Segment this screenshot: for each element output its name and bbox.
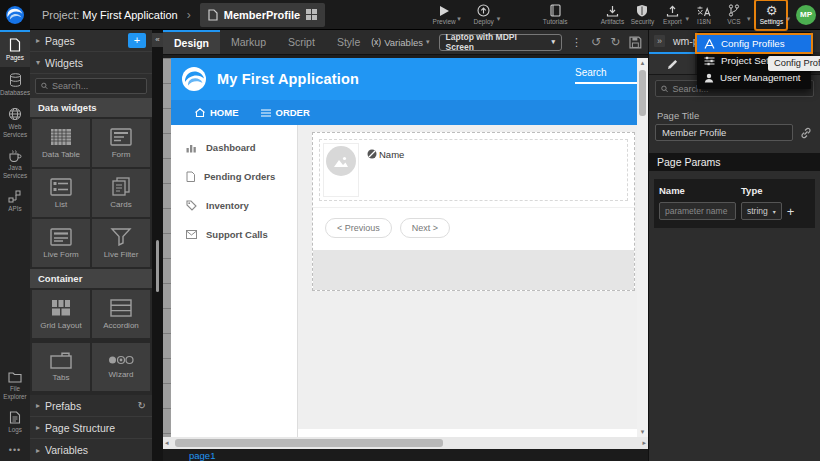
tab-style[interactable]: Style xyxy=(326,30,371,54)
widget-accordion[interactable]: Accordion xyxy=(92,290,150,338)
widgets-section-header[interactable]: ▾ Widgets xyxy=(30,52,152,74)
widget-form[interactable]: Form xyxy=(92,119,150,167)
cards-icon xyxy=(111,177,131,196)
vcs-button[interactable]: VCS xyxy=(719,1,749,29)
settings-chevron-icon[interactable]: ▾ xyxy=(786,15,790,23)
bind-icon xyxy=(367,149,377,159)
widget-list[interactable]: List xyxy=(32,169,90,217)
sidebar-item-web-services[interactable]: Web Services xyxy=(0,101,30,143)
deploy-button[interactable]: Deploy xyxy=(469,1,499,29)
list-widget-container[interactable]: Name < Previous Next > xyxy=(312,132,635,291)
side-nav-support-calls[interactable]: Support Calls xyxy=(171,220,297,249)
redo-icon[interactable]: ↻ xyxy=(610,35,620,49)
vcs-chevron-icon[interactable]: ▾ xyxy=(747,15,751,23)
scroll-down-icon[interactable]: ▾ xyxy=(641,427,645,437)
play-icon xyxy=(438,5,451,17)
canvas-horizontal-scrollbar[interactable]: ◂ ▸ xyxy=(163,437,648,449)
bind-link-icon[interactable] xyxy=(800,127,812,139)
sidebar-item-databases[interactable]: Databases xyxy=(0,67,30,102)
preview-side-nav: Dashboard Pending Orders Inventory Suppo… xyxy=(171,125,298,437)
open-page-tab[interactable]: MemberProfile xyxy=(200,3,325,27)
nav-item-order[interactable]: ORDER xyxy=(261,107,310,118)
preview-button[interactable]: Preview xyxy=(429,1,459,29)
config-profiles-tooltip: Config Profiles xyxy=(768,56,820,71)
upload-icon xyxy=(666,5,679,17)
refresh-icon[interactable]: ↻ xyxy=(138,400,146,411)
page-title-input[interactable] xyxy=(655,124,793,141)
menu-item-user-management[interactable]: User Management xyxy=(697,69,811,86)
user-avatar[interactable]: MP xyxy=(796,5,816,25)
sidebar-item-java-services[interactable]: Java Services xyxy=(0,143,30,184)
list-item-template[interactable]: Name xyxy=(319,139,628,201)
scroll-left-icon[interactable]: ◂ xyxy=(163,439,171,447)
more-options-button[interactable]: ••• xyxy=(0,439,30,461)
export-button[interactable]: Export xyxy=(657,1,687,29)
widget-cards[interactable]: Cards xyxy=(92,169,150,217)
left-panel-scrollbar[interactable] xyxy=(156,240,159,292)
side-nav-inventory[interactable]: Inventory xyxy=(171,191,297,220)
page1-tab[interactable]: page1 xyxy=(189,450,215,461)
page-tab-label: MemberProfile xyxy=(224,9,300,21)
security-button[interactable]: Security xyxy=(627,1,657,29)
grid-icon[interactable] xyxy=(306,9,317,20)
device-selector[interactable]: Laptop with MDPI Screen ▾ xyxy=(439,34,563,51)
project-settings-icon xyxy=(704,56,715,66)
side-nav-pending-orders[interactable]: Pending Orders xyxy=(171,162,297,191)
menu-item-config-profiles[interactable]: Config Profiles xyxy=(697,35,811,52)
next-button[interactable]: Next > xyxy=(400,218,450,238)
preview-chevron-icon[interactable]: ▾ xyxy=(457,15,461,23)
collapsed-arrow-icon: ▸ xyxy=(36,423,40,432)
file-icon xyxy=(186,171,195,182)
undo-icon[interactable]: ↺ xyxy=(591,35,601,49)
settings-button[interactable]: ⚙ Settings xyxy=(754,0,788,31)
bound-field-name[interactable]: Name xyxy=(367,143,404,197)
widget-grid-layout[interactable]: Grid Layout xyxy=(32,290,90,338)
widget-search[interactable] xyxy=(35,78,147,94)
widget-search-input[interactable] xyxy=(52,81,141,91)
deploy-chevron-icon[interactable]: ▾ xyxy=(497,15,501,23)
kebab-menu-icon[interactable]: ⋮ xyxy=(571,36,582,49)
variables-dropdown[interactable]: (x) Variables ▾ xyxy=(371,37,429,48)
tab-script[interactable]: Script xyxy=(277,30,326,54)
param-type-select[interactable]: string ▾ xyxy=(741,202,782,220)
canvas-area: Design Markup Script Style (x) Variables… xyxy=(163,30,648,461)
widget-tabs[interactable]: Tabs xyxy=(32,343,90,391)
widget-wizard[interactable]: Wizard xyxy=(92,343,150,391)
widget-live-form[interactable]: Live Form xyxy=(32,219,90,267)
widget-data-table[interactable]: Data Table xyxy=(32,119,90,167)
page-structure-section-header[interactable]: ▸ Page Structure xyxy=(30,417,152,439)
tab-markup[interactable]: Markup xyxy=(220,30,277,54)
sidebar-item-apis[interactable]: APIs xyxy=(0,184,30,218)
data-table-icon xyxy=(50,128,72,146)
canvas-vertical-scrollbar[interactable]: ▴ ▾ xyxy=(637,58,648,437)
add-param-button[interactable]: + xyxy=(787,204,795,219)
scroll-up-icon[interactable]: ▴ xyxy=(641,58,645,68)
tab-design[interactable]: Design xyxy=(163,30,220,54)
sidebar-item-pages[interactable]: Pages xyxy=(0,30,30,67)
collapse-left-panel-button[interactable]: « xyxy=(152,33,163,47)
app-search[interactable]: Search xyxy=(575,67,637,84)
scroll-right-icon[interactable]: ▸ xyxy=(640,439,648,447)
variables-icon: (x) xyxy=(371,37,381,47)
pages-section-header[interactable]: ▸ Pages + xyxy=(30,30,152,52)
expand-panel-button[interactable]: » xyxy=(654,35,665,47)
artifacts-button[interactable]: Artifacts xyxy=(597,1,627,29)
widget-live-filter[interactable]: Live Filter xyxy=(92,219,150,267)
sidebar-item-file-explorer[interactable]: File Explorer xyxy=(0,365,30,405)
deploy-icon xyxy=(477,4,490,17)
sidebar-item-logs[interactable]: Logs xyxy=(0,405,30,439)
previous-button[interactable]: < Previous xyxy=(325,218,392,238)
tab-properties-edit[interactable] xyxy=(649,52,695,74)
search-icon xyxy=(41,82,48,90)
nav-item-home[interactable]: HOME xyxy=(195,107,239,118)
wavemaker-logo-icon[interactable] xyxy=(0,0,30,30)
side-nav-dashboard[interactable]: Dashboard xyxy=(171,133,297,162)
variables-section-header[interactable]: ▸ Variables xyxy=(30,439,152,461)
project-breadcrumb: Project: My First Application xyxy=(42,9,178,21)
save-icon[interactable] xyxy=(629,36,642,49)
param-name-input[interactable] xyxy=(659,202,736,220)
add-page-button[interactable]: + xyxy=(128,33,146,48)
i18n-button[interactable]: I18N xyxy=(689,1,719,29)
prefabs-section-header[interactable]: ▸ Prefabs ↻ xyxy=(30,395,152,417)
tutorials-button[interactable]: Tutorials xyxy=(540,1,570,29)
